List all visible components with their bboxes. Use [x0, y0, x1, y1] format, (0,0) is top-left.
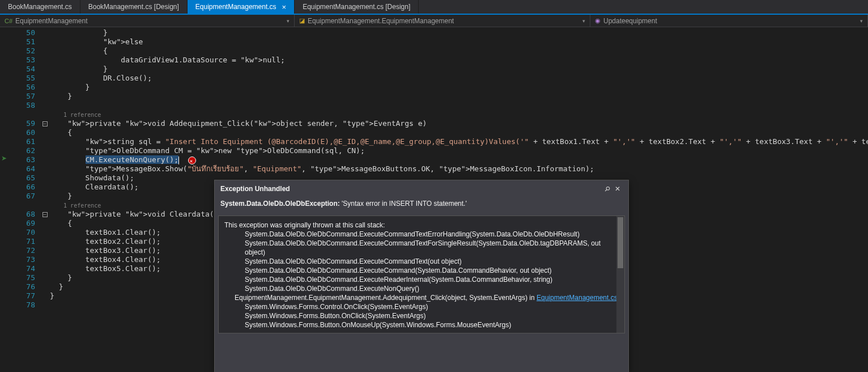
tab-label: EquipmentManagement.cs [Design] [303, 3, 410, 11]
nav-type-label: EquipmentManagement [15, 17, 87, 25]
tab-equipmentmanagement-cs[interactable]: EquipmentManagement.cs × [188, 0, 295, 14]
nav-class-label: EquipmentManagement.EquipmentManagement [308, 17, 454, 25]
exception-type: System.Data.OleDb.OleDbException: [220, 200, 340, 208]
navigation-bar: C# EquipmentManagement ▾ ◪ EquipmentMana… [0, 15, 868, 27]
chevron-down-icon: ▾ [857, 18, 863, 24]
chevron-down-icon: ▾ [579, 18, 585, 24]
error-icon[interactable] [188, 157, 196, 164]
csharp-file-icon: C# [5, 18, 12, 24]
close-icon[interactable]: × [282, 3, 287, 11]
tab-bookmanagement-cs[interactable]: BookManagement.cs [0, 0, 80, 14]
nav-member-label: Updateequipment [603, 17, 657, 25]
nav-member-dropdown[interactable]: ◉ Updateequipment ▾ [590, 15, 868, 27]
exception-text: 'Syntax error in INSERT INTO statement.' [340, 200, 467, 208]
nav-type-dropdown[interactable]: C# EquipmentManagement ▾ [0, 15, 295, 27]
exception-stack-panel: This exception was originally thrown at … [218, 215, 625, 333]
class-icon: ◪ [299, 17, 305, 24]
tab-label: BookManagement.cs [8, 3, 72, 11]
tab-bar: BookManagement.cs BookManagement.cs [Des… [0, 0, 868, 15]
tab-equipmentmanagement-design[interactable]: EquipmentManagement.cs [Design] [295, 0, 419, 14]
exception-message: System.Data.OleDb.OleDbException: 'Synta… [215, 197, 628, 212]
nav-class-dropdown[interactable]: ◪ EquipmentManagement.EquipmentManagemen… [295, 15, 590, 27]
exception-title: Exception Unhandled [220, 185, 602, 193]
tab-bookmanagement-design[interactable]: BookManagement.cs [Design] [80, 0, 188, 14]
tab-label: EquipmentManagement.cs [195, 3, 276, 11]
scrollbar[interactable] [616, 216, 624, 333]
close-icon[interactable]: ✕ [612, 185, 623, 193]
pin-icon[interactable]: ⚲ [601, 183, 614, 196]
scrollbar-thumb[interactable] [618, 217, 623, 268]
method-icon: ◉ [595, 17, 601, 24]
outline-margin[interactable]: −− [40, 27, 50, 372]
execution-pointer-icon: ➤ [1, 154, 7, 162]
exception-stack-text[interactable]: This exception was originally thrown at … [219, 216, 624, 333]
chevron-down-icon: ▾ [283, 18, 290, 24]
exception-helper-popup: Exception Unhandled ⚲ ✕ /* fix pin glyph… [214, 180, 629, 372]
exception-source-link[interactable]: EquipmentManagement.cs [537, 294, 618, 302]
line-number-gutter: 505152535455565758 596061626364656667 68… [10, 27, 40, 372]
indicator-margin [0, 27, 10, 372]
tab-label: BookManagement.cs [Design] [88, 3, 179, 11]
